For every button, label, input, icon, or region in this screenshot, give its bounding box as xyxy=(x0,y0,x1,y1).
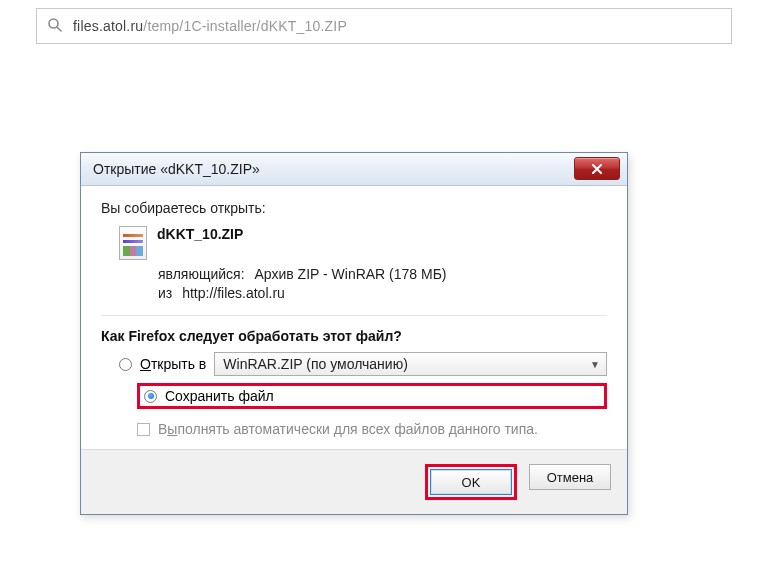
radio-save-file[interactable] xyxy=(144,390,157,403)
dialog-title: Открытие «dKKT_10.ZIP» xyxy=(93,161,260,177)
file-info-row: dKKT_10.ZIP xyxy=(119,226,607,260)
svg-line-1 xyxy=(57,27,61,31)
file-from-label: из xyxy=(158,285,172,301)
address-bar[interactable]: files.atol.ru/temp/1C-installer/dKKT_10.… xyxy=(36,8,732,44)
address-bar-text: files.atol.ru/temp/1C-installer/dKKT_10.… xyxy=(73,18,347,34)
open-with-app-value: WinRAR.ZIP (по умолчанию) xyxy=(223,356,408,372)
chevron-down-icon: ▼ xyxy=(590,359,600,370)
option-open-with[interactable]: Открыть в WinRAR.ZIP (по умолчанию) ▼ xyxy=(119,352,607,376)
auto-action-row: Выполнять автоматически для всех файлов … xyxy=(137,421,607,437)
ok-button[interactable]: OK xyxy=(430,469,512,495)
close-icon xyxy=(590,163,604,175)
close-button[interactable] xyxy=(574,157,620,180)
search-icon xyxy=(47,17,63,36)
dialog-footer: OK Отмена xyxy=(81,449,627,514)
divider xyxy=(101,315,607,316)
save-file-label: Сохранить файл xyxy=(165,388,274,404)
archive-icon xyxy=(119,226,147,260)
dialog-body: Вы собираетесь открыть: dKKT_10.ZIP явля… xyxy=(81,186,627,449)
handling-question: Как Firefox следует обработать этот файл… xyxy=(101,328,607,344)
intro-text: Вы собираетесь открыть: xyxy=(101,200,607,216)
dialog-titlebar[interactable]: Открытие «dKKT_10.ZIP» xyxy=(81,153,627,186)
option-save-file-highlight: Сохранить файл xyxy=(137,383,607,409)
download-dialog: Открытие «dKKT_10.ZIP» Вы собираетесь от… xyxy=(80,152,628,515)
file-type-label: являющийся: xyxy=(158,266,245,282)
auto-action-checkbox[interactable] xyxy=(137,423,150,436)
file-meta: являющийся: Архив ZIP - WinRAR (178 МБ) … xyxy=(158,266,607,301)
option-save-file[interactable]: Сохранить файл xyxy=(144,388,600,404)
open-with-app-select[interactable]: WinRAR.ZIP (по умолчанию) ▼ xyxy=(214,352,607,376)
open-with-label: Открыть в xyxy=(140,356,206,372)
auto-action-label: Выполнять автоматически для всех файлов … xyxy=(158,421,538,437)
radio-open-with[interactable] xyxy=(119,358,132,371)
file-type-value: Архив ZIP - WinRAR (178 МБ) xyxy=(254,266,446,282)
ok-button-highlight: OK xyxy=(425,464,517,500)
file-from-value: http://files.atol.ru xyxy=(182,285,285,301)
cancel-button[interactable]: Отмена xyxy=(529,464,611,490)
file-name: dKKT_10.ZIP xyxy=(157,226,243,242)
